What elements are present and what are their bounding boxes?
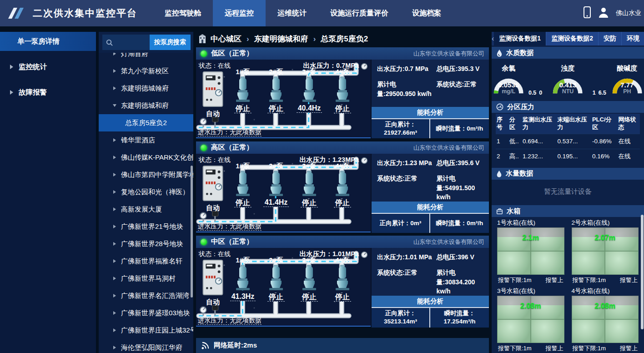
gauge-title: 酸碱度 bbox=[610, 64, 644, 73]
gauge-value: 0.413 bbox=[551, 81, 584, 89]
gauge-title: 浊度 bbox=[551, 64, 584, 73]
top-tab[interactable]: 设施档案 bbox=[400, 0, 453, 26]
station-name: 东建明德城翰府 bbox=[121, 84, 169, 93]
info-item: 累计电量:54991.500 kw/h bbox=[436, 174, 484, 202]
pump-label: 3#泵 bbox=[294, 162, 324, 170]
station-name: 广佛新世界盛璟03地块 bbox=[121, 309, 190, 318]
water-quality-title: 水质数据 bbox=[506, 49, 533, 57]
station-list-item[interactable]: 第九小学新校区 bbox=[99, 62, 193, 80]
station-list-item[interactable]: 广佛新世界庄园上城32号地 bbox=[99, 322, 193, 339]
search-input[interactable] bbox=[113, 39, 145, 46]
pump-label: 2#泵 bbox=[261, 68, 291, 76]
pump-icon bbox=[333, 170, 352, 197]
mobile-app-icon[interactable] bbox=[583, 6, 591, 20]
pump-icon bbox=[300, 264, 318, 291]
station-name: 佛山传媒K-PARK文化创意 bbox=[121, 153, 193, 162]
station-list-item[interactable]: 高新发展大厦 bbox=[99, 201, 193, 218]
user-avatar-icon[interactable] bbox=[598, 6, 609, 20]
search-by-station-button[interactable]: 按泵房搜索 bbox=[150, 35, 191, 50]
device-data-tab[interactable]: 监测设备数据2 bbox=[546, 32, 599, 45]
station-name: 东建明德城和府 bbox=[121, 101, 169, 110]
sidebar-item[interactable]: 故障报警 bbox=[0, 83, 96, 102]
gauge-min: 6.5 bbox=[599, 90, 606, 96]
tank-grid: 1号水箱(在线) 2.1m 报警下限:1m 报警上 2号水箱(在线) bbox=[492, 217, 644, 353]
station-list: 灯湖首府 第九小学新校区 东建明德城翰府 东建明德城和府 bbox=[99, 53, 193, 353]
station-list-item[interactable]: 灯湖首府 bbox=[99, 53, 193, 62]
station-list-item[interactable]: 广佛新世界21号地块 bbox=[99, 218, 193, 235]
info-item: 出水压力:1.01 MPa bbox=[377, 252, 433, 262]
scrollbar-thumb[interactable] bbox=[641, 215, 644, 329]
control-cabinet-icon bbox=[202, 166, 223, 201]
info-label: 总电压: bbox=[436, 65, 458, 72]
cell-end-pressure: 0.537... bbox=[556, 134, 591, 149]
table-row[interactable]: 1 低.. 0.694... 0.537... -0.86% 在线 bbox=[496, 134, 640, 149]
station-list-item[interactable]: 海伦堡弘阳阅江华府 bbox=[99, 339, 193, 353]
station-list-item[interactable]: 锋华里酒店 bbox=[99, 131, 193, 149]
info-item: 出水压力:1.23 MPa bbox=[377, 158, 433, 167]
outlet-gauge-icon bbox=[361, 251, 368, 258]
top-tab[interactable]: 运维统计 bbox=[266, 0, 318, 26]
device-data-tab[interactable]: 安防 bbox=[599, 32, 622, 45]
top-tab[interactable]: 远程监控 bbox=[213, 0, 266, 26]
energy-analysis-title: 能耗分析 bbox=[372, 107, 489, 118]
gauge-unit: PH bbox=[610, 88, 644, 95]
username[interactable]: 佛山水业 bbox=[616, 9, 641, 17]
breadcrumb-station[interactable]: 总泵房5座负2 bbox=[312, 34, 368, 44]
top-tab-label: 运维统计 bbox=[277, 9, 307, 18]
breadcrumb-district[interactable]: 中心城区 bbox=[211, 34, 241, 44]
zone-panels: 低区（正常） 山东华立供水设备有限公司 状态：在线 出水压力：0.7MPa 自动… bbox=[196, 47, 489, 327]
gauge-value: 0.0535 bbox=[492, 81, 525, 89]
sidebar-item[interactable]: 监控统计 bbox=[0, 57, 96, 76]
sidebar-item[interactable]: 单一泵房详情 bbox=[0, 32, 96, 51]
info-item: 系统状态:正常 bbox=[377, 174, 433, 202]
table-header-cell: PLC/分区 bbox=[591, 114, 617, 134]
station-list-item[interactable]: 广佛新世界福雅名轩 bbox=[99, 252, 193, 270]
info-item: 系统状态:正常 bbox=[377, 268, 433, 296]
top-tab[interactable]: 监控驾驶舱 bbox=[153, 0, 213, 26]
zone-header: 中区（正常） 山东华立供水设备有限公司 bbox=[196, 236, 489, 248]
scrollbar-thumb[interactable] bbox=[191, 166, 193, 298]
device-data-panel: 监测设备数据1 监测设备数据2 安防 环境 水质数据 bbox=[492, 32, 644, 353]
station-list-item[interactable]: 东建明德城和府 bbox=[99, 97, 193, 114]
top-tab-label: 监控驾驶舱 bbox=[165, 9, 201, 18]
expand-arrow-icon bbox=[113, 53, 116, 55]
zone-info: 出水压力:1.23 MPa总电压:395.6 V系统状态:正常累计电量:5499… bbox=[371, 154, 489, 232]
station-list-item[interactable]: 复地公园和光（禅医） bbox=[99, 183, 193, 201]
zone-status: 状态：在线 bbox=[199, 62, 231, 70]
pump-icon bbox=[267, 76, 285, 102]
station-list-item[interactable]: 广佛新世界名汇浩湖湾 bbox=[99, 287, 193, 304]
table-row[interactable]: 2 高.. 1.232... 0.195... 0.16% 在线 bbox=[496, 149, 640, 164]
device-data-tab[interactable]: 监测设备数据1 bbox=[494, 32, 546, 45]
expand-arrow-icon bbox=[113, 156, 116, 159]
energy-cell: 正向累计：21927.66m³ bbox=[372, 119, 430, 138]
top-tab[interactable]: 设施运行质量评价 bbox=[318, 0, 400, 26]
station-name: 第九小学新校区 bbox=[121, 67, 169, 76]
device-data-tab[interactable]: 环境 bbox=[622, 32, 644, 45]
tank-image: 2.07m bbox=[572, 227, 639, 275]
station-list-item[interactable]: 广佛新世界28号地块 bbox=[99, 235, 193, 252]
breadcrumb-community[interactable]: 东建明德城和府 bbox=[245, 34, 308, 44]
station-list-item[interactable]: 广佛新世界盛璟03地块 bbox=[99, 304, 193, 322]
pump-icon bbox=[300, 170, 318, 197]
pump-state: 停止 bbox=[261, 104, 291, 114]
tank-level-value: 2.08m bbox=[572, 302, 639, 310]
info-item: 系统状态:正常 bbox=[436, 80, 484, 98]
station-list-item[interactable]: 佛山传媒K-PARK文化创意 bbox=[99, 149, 193, 166]
pump-icon bbox=[267, 170, 285, 197]
station-list-item[interactable]: 佛山市第四中学附属学校 bbox=[99, 166, 193, 183]
pump-state: 停止 bbox=[327, 198, 357, 208]
pump: 1#泵 41.3Hz bbox=[228, 256, 258, 301]
station-list-item[interactable]: 东建明德城翰府 bbox=[99, 80, 193, 97]
tank-level-value: 2.08m bbox=[497, 302, 564, 310]
info-item: 总电压:395.6 V bbox=[436, 158, 484, 167]
info-value: 正常 bbox=[405, 175, 418, 182]
tank-water-level-overlay bbox=[497, 305, 564, 343]
info-label: 出水压力: bbox=[377, 159, 405, 166]
nav-sidebar: 单一泵房详情 监控统计 故障报警 bbox=[0, 32, 96, 353]
zone-company: 山东华立供水设备有限公司 bbox=[413, 50, 484, 58]
tank-water-level-overlay bbox=[497, 237, 564, 275]
water-tank: 4号水箱(在线) 2.08m 报警下限:1m 报警上 bbox=[572, 287, 639, 353]
search-box[interactable] bbox=[102, 35, 150, 50]
station-list-item[interactable]: 总泵房5座负2 bbox=[99, 114, 193, 131]
station-list-item[interactable]: 广佛新世界马洞村 bbox=[99, 270, 193, 287]
